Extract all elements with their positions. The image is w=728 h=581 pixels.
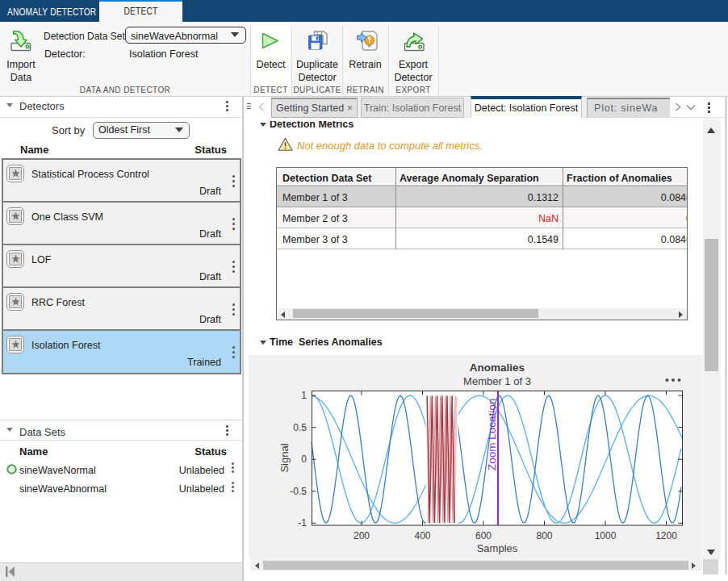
svg-text:Anomalies: Anomalies: [470, 362, 525, 374]
svg-text:Zoom Location: Zoom Location: [486, 399, 498, 470]
svg-text:0.5: 0.5: [293, 422, 307, 433]
svg-text:Member 1 of 3: Member 1 of 3: [463, 375, 531, 387]
svg-text:600: 600: [475, 530, 492, 541]
svg-text:0: 0: [301, 454, 307, 465]
svg-text:1200: 1200: [655, 530, 677, 541]
svg-text:-1: -1: [298, 517, 307, 529]
svg-text:Signal: Signal: [278, 443, 291, 472]
svg-text:200: 200: [354, 530, 370, 541]
svg-text:1000: 1000: [595, 530, 617, 541]
svg-text:-0.5: -0.5: [290, 486, 307, 497]
svg-text:Samples: Samples: [477, 542, 518, 554]
svg-text:800: 800: [536, 530, 552, 541]
svg-text:400: 400: [414, 530, 430, 541]
svg-text:1: 1: [301, 390, 307, 401]
